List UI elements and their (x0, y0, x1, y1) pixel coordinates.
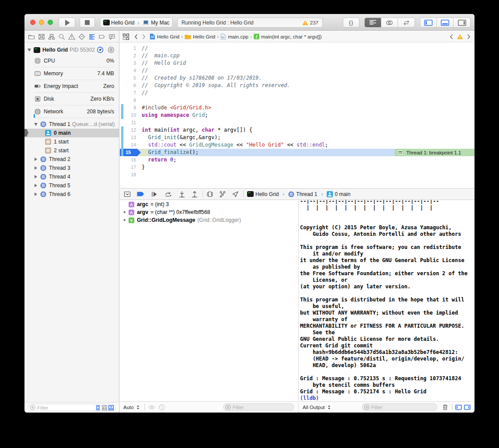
disclosure-triangle[interactable] (124, 211, 127, 214)
standard-editor-button[interactable] (365, 18, 381, 27)
debug-view-hierarchy-button[interactable] (206, 191, 213, 198)
library-button[interactable]: {} (343, 18, 359, 28)
previous-issue-button[interactable] (448, 33, 454, 40)
code-line: 7// (120, 89, 475, 97)
thread-row[interactable]: Thread 3 (24, 164, 119, 172)
info-icon[interactable] (159, 404, 165, 410)
tab-source-control-navigator[interactable] (38, 33, 45, 41)
toggle-navigator-button[interactable] (420, 18, 437, 27)
navigator-filter-field[interactable]: Filter (28, 404, 116, 411)
tab-test-navigator[interactable] (78, 33, 86, 41)
thread-row[interactable]: Thread 5 (24, 181, 119, 190)
jumpbar-crumb[interactable]: Hello Grid (150, 33, 179, 40)
trash-icon[interactable] (442, 404, 449, 411)
warning-icon[interactable] (457, 34, 463, 39)
minimize-window-button[interactable] (39, 20, 44, 25)
tab-symbol-navigator[interactable] (48, 33, 56, 41)
tab-breakpoint-navigator[interactable] (98, 33, 106, 41)
jumpbar-crumb[interactable]: c+main.cpp (220, 33, 248, 40)
process-row[interactable]: Hello GridPID 55302 (24, 46, 119, 54)
debug-crumb[interactable]: Thread 1 (288, 191, 317, 197)
console-filter-field[interactable]: Filter (362, 403, 437, 411)
run-button[interactable] (59, 18, 75, 28)
tab-report-navigator[interactable] (108, 33, 116, 41)
step-over-button[interactable] (165, 191, 172, 198)
version-editor-button[interactable] (398, 18, 415, 27)
assistant-editor-button[interactable] (381, 18, 398, 27)
variables-scope-popup[interactable]: Auto (123, 404, 141, 410)
toggle-debug-area-button[interactable] (437, 18, 454, 27)
stack-frame-row[interactable]: 2 start (24, 146, 119, 155)
gauge-row-memory[interactable]: Memory7.4 MB (24, 67, 119, 80)
gauge-row-disk[interactable]: DiskZero KB/s (24, 93, 119, 105)
variable-row[interactable]: Aargc= (int) 3 (120, 200, 298, 208)
memory-graph-button[interactable] (108, 46, 115, 53)
thread-icon (40, 191, 46, 197)
gauge-row-cpu[interactable]: CPU0% (24, 55, 119, 67)
stop-button[interactable] (80, 18, 95, 28)
memory-graph-button[interactable] (219, 191, 226, 198)
close-window-button[interactable] (30, 20, 35, 25)
stack-frame-row[interactable]: 1 start (24, 137, 119, 146)
disclosure-triangle[interactable] (124, 219, 126, 221)
toggle-console-button[interactable] (464, 405, 471, 410)
disclosure-triangle[interactable] (124, 219, 127, 221)
view-by-thread-button[interactable] (108, 405, 114, 410)
variables-view-toolbar: Auto Filter (120, 401, 298, 413)
quicklook-eye-icon[interactable] (148, 404, 155, 410)
forward-button[interactable] (141, 33, 147, 40)
gauge-row-network[interactable]: Network208 bytes/s (24, 105, 119, 118)
source-editor[interactable]: 1//2// main.cpp3// Hello Grid4//5// Crea… (120, 43, 475, 188)
next-issue-button[interactable] (466, 33, 472, 40)
variable-row[interactable]: VGrid::GridLogMessage(Grid::GridLogger) (120, 216, 298, 224)
disclosure-triangle[interactable] (35, 166, 37, 170)
simulate-location-button[interactable] (232, 191, 239, 198)
disclosure-triangle[interactable] (35, 175, 37, 178)
toggle-variables-view-button[interactable] (455, 405, 462, 410)
tab-find-navigator[interactable] (58, 33, 66, 41)
disclosure-triangle[interactable] (28, 49, 31, 52)
show-running-items-button[interactable] (95, 405, 101, 410)
gauge-row-energy-impact[interactable]: Energy ImpactZero (24, 80, 119, 93)
stack-frame-row[interactable]: 0 main (24, 129, 119, 137)
person-icon (45, 130, 51, 136)
continue-button[interactable] (151, 191, 158, 198)
code-text: using namespace Grid; (142, 112, 475, 119)
disclosure-triangle[interactable] (34, 123, 38, 126)
code-line: 13 Grid_init(&argc,&argv); (120, 134, 475, 141)
debug-crumb[interactable]: 0 main (327, 191, 350, 197)
scheme-selector[interactable]: Hello Grid › My Mac (100, 18, 173, 28)
console-scope-popup[interactable]: All Output (303, 404, 332, 410)
back-button[interactable] (133, 33, 139, 40)
disclosure-triangle[interactable] (35, 192, 37, 196)
thread-row[interactable]: Thread 1Queue:...d (serial) (24, 120, 119, 129)
activity-status[interactable]: Running Hello Grid : Hello Grid 237 (177, 18, 323, 28)
gauge-label: CPU (44, 58, 55, 64)
related-items-icon[interactable] (122, 33, 129, 40)
console-view[interactable]: --|--|--|--|--|--|--|--|--|--|--|--|--|-… (298, 200, 475, 401)
tab-project-navigator[interactable] (28, 33, 35, 41)
view-by-queue-button[interactable] (102, 405, 107, 410)
variable-name: argc (137, 201, 148, 207)
jumpbar-crumb[interactable]: Hello Grid (185, 34, 215, 39)
variables-filter-field[interactable]: Filter (223, 403, 294, 411)
code-token (142, 149, 148, 155)
disclosure-triangle[interactable] (124, 211, 126, 214)
thread-row[interactable]: Thread 2 (24, 155, 119, 164)
jumpbar-crumb[interactable]: fmain(int argc, char * argv[]) (254, 34, 322, 39)
debug-crumb[interactable]: Hello Grid (247, 191, 279, 197)
thread-row[interactable]: Thread 6 (24, 190, 119, 199)
hide-debug-area-button[interactable] (124, 191, 131, 198)
profile-in-instruments-button[interactable] (97, 46, 104, 53)
breakpoints-enabled-button[interactable] (137, 192, 144, 196)
zoom-window-button[interactable] (48, 20, 53, 25)
step-into-button[interactable] (178, 191, 185, 198)
disclosure-triangle[interactable] (35, 184, 37, 187)
tab-issue-navigator[interactable] (68, 33, 76, 41)
thread-row[interactable]: Thread 4 (24, 172, 119, 181)
tab-debug-navigator[interactable] (88, 33, 96, 41)
step-out-button[interactable] (191, 191, 198, 198)
toggle-inspector-button[interactable] (454, 18, 470, 27)
disclosure-triangle[interactable] (35, 158, 37, 161)
variable-row[interactable]: Aargv= (char **) 0x7ffeefbff568 (120, 208, 298, 216)
